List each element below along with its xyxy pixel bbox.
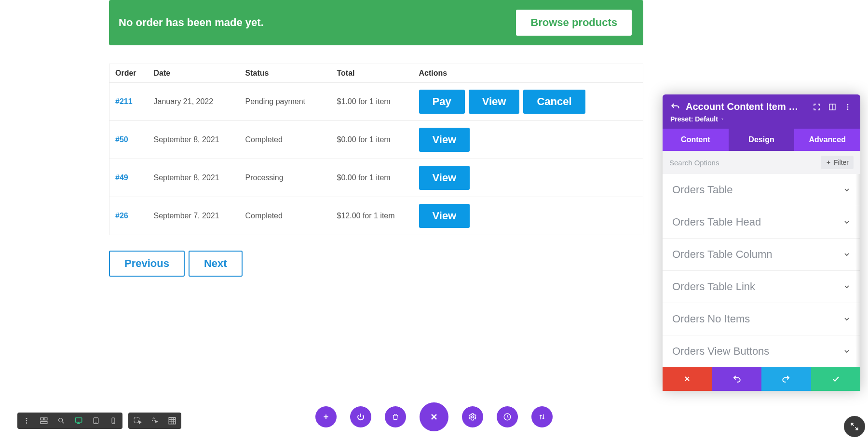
- panel-option[interactable]: Orders Table: [663, 174, 860, 206]
- panel-footer-actions: [663, 367, 860, 391]
- trash-button[interactable]: [385, 406, 406, 427]
- notice-text: No order has been made yet.: [119, 16, 264, 29]
- svg-rect-13: [44, 418, 47, 420]
- order-link[interactable]: #26: [115, 212, 128, 220]
- power-button[interactable]: [350, 406, 371, 427]
- hover-mode-icon[interactable]: [132, 415, 143, 426]
- cancel-button[interactable]: Cancel: [523, 90, 585, 114]
- svg-point-4: [847, 108, 849, 110]
- panel-option-label: Orders View Buttons: [672, 345, 769, 358]
- expand-corner-button[interactable]: [844, 416, 865, 437]
- svg-point-34: [472, 416, 474, 418]
- power-icon: [356, 413, 365, 421]
- zoom-icon[interactable]: [56, 415, 67, 426]
- svg-point-10: [26, 420, 27, 422]
- panel-search-row: Search Options Filter: [663, 151, 860, 174]
- order-link[interactable]: #211: [115, 97, 133, 106]
- close-builder-button[interactable]: [420, 402, 448, 431]
- svg-rect-17: [75, 418, 82, 422]
- order-link[interactable]: #50: [115, 135, 128, 144]
- view-button[interactable]: View: [419, 166, 470, 190]
- tab-content[interactable]: Content: [663, 129, 729, 151]
- cell-total: $12.00 for 1 item: [331, 197, 413, 235]
- builder-view-toolbar: [17, 413, 181, 429]
- panel-tabs: Content Design Advanced: [663, 129, 860, 151]
- cell-status: Processing: [240, 159, 331, 197]
- panel-option[interactable]: Orders Table Head: [663, 206, 860, 239]
- panel-title: Account Content Item …: [686, 101, 806, 112]
- panel-option[interactable]: Orders Table Column: [663, 239, 860, 271]
- th-order: Order: [109, 64, 148, 83]
- pagination: Previous Next: [109, 251, 643, 277]
- svg-rect-12: [41, 418, 43, 420]
- cell-date: September 7, 2021: [148, 197, 240, 235]
- panel-option[interactable]: Orders No Items: [663, 303, 860, 335]
- redo-icon: [782, 374, 790, 383]
- table-row: #211January 21, 2022Pending payment$1.00…: [109, 83, 643, 121]
- page-settings-button[interactable]: [462, 406, 483, 427]
- cell-total: $0.00 for 1 item: [331, 121, 413, 159]
- svg-line-16: [62, 422, 64, 424]
- toolbar-kebab-icon[interactable]: [21, 415, 32, 426]
- next-button[interactable]: Next: [189, 251, 243, 277]
- cell-status: Completed: [240, 121, 331, 159]
- panel-option-label: Orders Table: [672, 184, 733, 196]
- view-button[interactable]: View: [419, 204, 470, 228]
- cell-date: September 8, 2021: [148, 121, 240, 159]
- panel-option[interactable]: Orders View Buttons: [663, 335, 860, 367]
- undo-button[interactable]: [712, 367, 762, 391]
- search-options-input[interactable]: Search Options: [669, 159, 719, 167]
- wireframe-view-icon[interactable]: [39, 415, 49, 426]
- save-button[interactable]: [811, 367, 861, 391]
- panel-option[interactable]: Orders Table Link: [663, 271, 860, 303]
- fullscreen-icon[interactable]: [812, 102, 822, 112]
- preset-label: Preset: Default: [670, 115, 718, 123]
- undo-icon: [732, 374, 741, 383]
- back-icon[interactable]: [670, 102, 680, 112]
- panel-option-label: Orders Table Head: [672, 216, 761, 228]
- panel-option-label: Orders No Items: [672, 313, 750, 325]
- th-status: Status: [240, 64, 331, 83]
- svg-line-37: [855, 427, 858, 430]
- chevron-down-icon: [843, 251, 851, 258]
- desktop-view-icon[interactable]: [73, 415, 84, 426]
- caret-down-icon: [720, 117, 725, 121]
- th-total: Total: [331, 64, 413, 83]
- phone-view-icon[interactable]: [108, 415, 119, 426]
- previous-button[interactable]: Previous: [109, 251, 185, 277]
- svg-point-2: [847, 104, 849, 106]
- kebab-menu-icon[interactable]: [843, 102, 853, 112]
- cell-actions: View: [413, 159, 643, 197]
- tablet-view-icon[interactable]: [91, 415, 101, 426]
- cell-status: Completed: [240, 197, 331, 235]
- gear-icon: [468, 413, 477, 421]
- discard-button[interactable]: [663, 367, 712, 391]
- svg-point-11: [26, 422, 27, 424]
- snap-icon[interactable]: [827, 102, 837, 112]
- click-mode-icon[interactable]: [149, 415, 160, 426]
- browse-products-button[interactable]: Browse products: [516, 10, 632, 36]
- th-actions: Actions: [413, 64, 643, 83]
- cell-actions: View: [413, 121, 643, 159]
- view-button[interactable]: View: [419, 128, 470, 152]
- cell-date: January 21, 2022: [148, 83, 240, 121]
- grid-mode-icon[interactable]: [167, 415, 177, 426]
- filter-button[interactable]: Filter: [821, 156, 854, 169]
- preset-dropdown[interactable]: Preset: Default: [670, 115, 853, 123]
- add-module-button[interactable]: [315, 406, 337, 427]
- redo-button[interactable]: [761, 367, 811, 391]
- pay-button[interactable]: Pay: [419, 90, 465, 114]
- tab-design[interactable]: Design: [729, 129, 795, 151]
- chevron-down-icon: [843, 347, 851, 355]
- svg-point-9: [26, 418, 27, 419]
- cell-status: Pending payment: [240, 83, 331, 121]
- no-orders-notice: No order has been made yet. Browse produ…: [109, 0, 643, 45]
- chevron-down-icon: [843, 315, 851, 323]
- order-link[interactable]: #49: [115, 173, 128, 182]
- updown-icon: [538, 413, 546, 421]
- expand-icon: [850, 422, 859, 431]
- portability-button[interactable]: [531, 406, 553, 427]
- view-button[interactable]: View: [469, 90, 520, 114]
- tab-advanced[interactable]: Advanced: [794, 129, 860, 151]
- history-button[interactable]: [497, 406, 518, 427]
